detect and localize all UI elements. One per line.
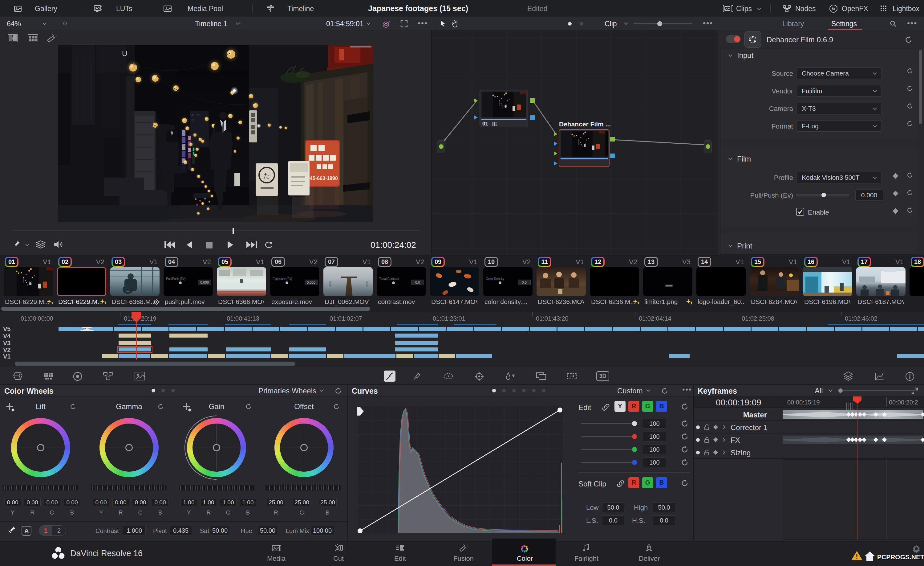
svg-text:Ù: Ù <box>122 49 127 58</box>
svg-text:た: た <box>264 172 270 179</box>
svg-text:fx: fx <box>832 6 835 11</box>
svg-text:045-663-1990: 045-663-1990 <box>307 176 338 181</box>
